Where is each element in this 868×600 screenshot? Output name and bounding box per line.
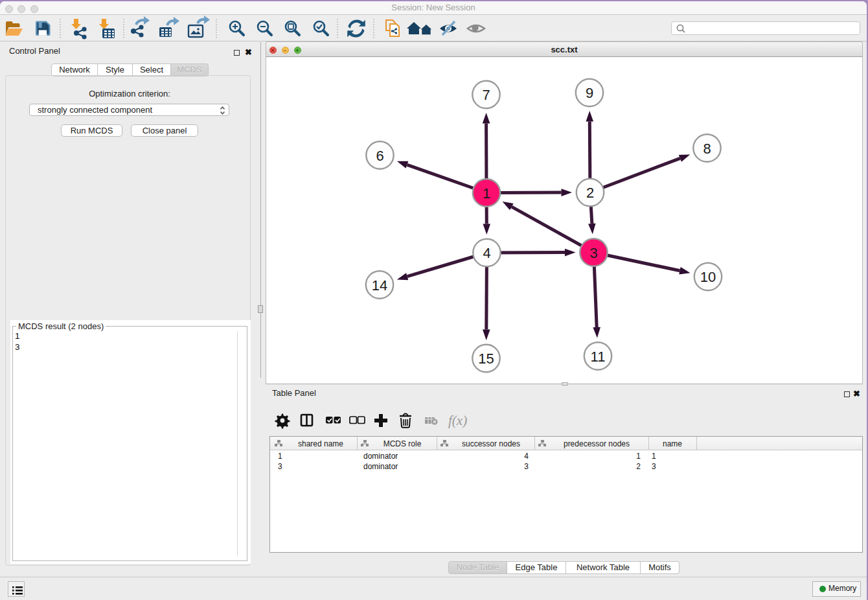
svg-text:10: 10 <box>700 269 716 285</box>
svg-text:1: 1 <box>483 185 490 202</box>
svg-text:15: 15 <box>478 351 494 367</box>
svg-text:14: 14 <box>372 277 387 294</box>
svg-text:6: 6 <box>376 148 383 164</box>
svg-text:3: 3 <box>589 245 597 261</box>
svg-text:2: 2 <box>586 185 594 201</box>
svg-text:4: 4 <box>483 245 490 261</box>
svg-text:name: name <box>663 439 682 448</box>
svg-text:shared name: shared name <box>298 439 343 448</box>
svg-text:MCDS role: MCDS role <box>383 439 422 448</box>
svg-text:predecessor nodes: predecessor nodes <box>564 439 630 448</box>
svg-text:f(x): f(x) <box>448 413 467 428</box>
svg-text:9: 9 <box>586 85 593 101</box>
svg-text:7: 7 <box>482 87 490 103</box>
svg-text:8: 8 <box>703 141 711 157</box>
svg-text:successor nodes: successor nodes <box>462 439 520 448</box>
svg-text:11: 11 <box>591 349 606 365</box>
